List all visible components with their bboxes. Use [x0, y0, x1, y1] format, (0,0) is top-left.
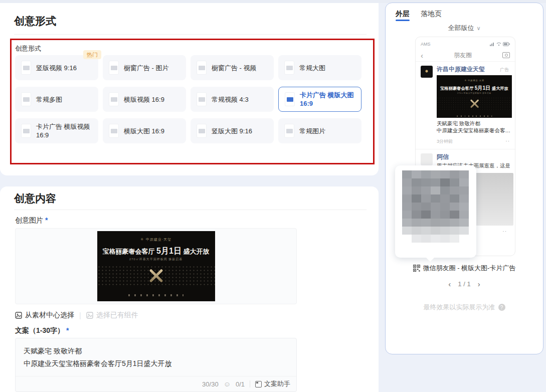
format-option[interactable]: 横版视频 16:9 — [103, 87, 186, 112]
friend-avatar — [421, 153, 433, 165]
regular-picture-icon — [284, 124, 294, 138]
select-from-material-center-link[interactable]: 从素材中心选择 — [15, 311, 74, 320]
mosaic-tooltip — [395, 165, 476, 258]
format-option[interactable]: 热门 竖版视频 9:16 — [15, 55, 98, 80]
emblem-icon — [147, 267, 164, 284]
hot-badge: 热门 — [83, 50, 101, 59]
multi-image-icon — [21, 92, 31, 106]
back-icon: ‹ — [421, 51, 423, 60]
preview-disclaimer: 最终效果以实际展示为准 ? — [386, 303, 543, 312]
horizontal-video-icon — [109, 92, 119, 106]
section-title-format: 创意形式 — [14, 14, 56, 28]
showcase-video-icon — [197, 61, 207, 75]
toolbar-separator — [250, 380, 250, 387]
image-icon — [86, 312, 93, 319]
format-option[interactable]: 横版大图 16:9 — [103, 118, 186, 143]
ad-creative-page: 创意形式 创意形式 热门 竖版视频 9:16 橱窗广告 - 图片 橱窗广告 - … — [0, 0, 546, 392]
brand-logo-icon: ✳ — [140, 237, 144, 242]
divider — [14, 210, 367, 210]
brand-logo-icon: ✳ — [464, 79, 467, 82]
format-option[interactable]: 卡片广告 横版视频 16:9 — [15, 118, 98, 143]
wifi-icon — [496, 42, 501, 46]
emblem-icon — [469, 98, 480, 109]
format-option[interactable]: 橱窗广告 - 图片 — [103, 55, 186, 80]
mosaic-image — [402, 170, 469, 243]
ad-brand-line: ✳中原建业·天玺 — [97, 237, 215, 242]
carrier-label: AMS — [421, 42, 431, 47]
preview-pagination: ‹ 1 / 1 › — [386, 280, 543, 288]
chevron-down-icon: ∨ — [476, 25, 480, 31]
horizontal-image-icon — [109, 124, 119, 138]
select-existing-component-link[interactable]: 选择已有组件 — [86, 311, 138, 320]
format-option[interactable]: 常规大图 — [278, 55, 361, 80]
required-asterisk: * — [66, 326, 69, 334]
showcase-image-icon — [109, 61, 119, 75]
qr-code-icon — [413, 265, 420, 272]
format-group-label: 创意形式 — [15, 44, 41, 53]
ad-subline: 270㎡环幕大平层样板间 焕新启幕 — [97, 257, 215, 262]
ad-tag: 广告 — [500, 67, 509, 73]
required-asterisk: * — [45, 216, 48, 224]
image-field-label: 创意图片* — [15, 216, 48, 225]
copy-assistant-button[interactable]: 文案助手 — [255, 379, 290, 388]
ad-footer-decoration — [128, 294, 184, 296]
copy-toolbar: 30/30 ☺ 0/1 文案助手 — [16, 376, 296, 391]
section-title-content: 创意内容 — [14, 191, 56, 206]
advertiser-name: 许昌中原建业天玺 — [437, 66, 510, 73]
large-image-icon — [284, 61, 294, 75]
moments-ad-post: 广告 许昌中原建业天玺 ✳中原建业·天玺 宝格丽豪奢会客厅 5月1日 盛大开放 … — [416, 62, 515, 149]
card-ad-video-icon — [21, 124, 31, 138]
creative-image-box[interactable]: ✳中原建业·天玺 宝格丽豪奢会客厅 5月1日 盛大开放 270㎡环幕大平层样板间… — [15, 228, 297, 304]
ad-image-mini: ✳中原建业·天玺 宝格丽豪奢会客厅 5月1日 盛大开放 270㎡环幕大平层样板间… — [437, 75, 512, 118]
preview-caption-row: 微信朋友圈 - 横版大图-卡片广告 — [386, 264, 543, 273]
more-icon: ·· — [502, 229, 507, 234]
creative-image-preview: ✳中原建业·天玺 宝格丽豪奢会客厅 5月1日 盛大开放 270㎡环幕大平层样板间… — [97, 231, 215, 301]
copy-text: 天赋豪宅 致敬许都 中原建业天玺宝格丽豪奢会客厅5月1日盛大开放 — [16, 338, 296, 370]
tab-landing-page[interactable]: 落地页 — [421, 10, 442, 19]
format-option-selected[interactable]: 卡片广告 横版大图 16:9 — [278, 87, 361, 112]
status-icons — [490, 42, 510, 46]
post-caption-line2: 中原建业天玺宝格丽豪奢会客厅5月1日盛... — [437, 127, 513, 134]
tab-outer-layer[interactable]: 外层 — [396, 10, 410, 19]
next-page-button[interactable]: › — [478, 280, 480, 288]
material-links-row: 从素材中心选择 | 选择已有组件 — [15, 311, 138, 320]
card-ad-large-image-icon — [285, 92, 295, 106]
emoji-counter: 0/1 — [236, 380, 245, 388]
prev-page-button[interactable]: ‹ — [448, 280, 451, 288]
emoji-button[interactable]: ☺ — [224, 380, 231, 388]
battery-icon — [503, 42, 510, 46]
moments-title: 朋友圈 — [454, 51, 472, 60]
format-option[interactable]: 常规图片 — [278, 118, 361, 143]
divider — [14, 34, 367, 35]
image-icon — [15, 312, 22, 319]
phone-statusbar: AMS — [416, 37, 515, 49]
copy-textarea[interactable]: 天赋豪宅 致敬许都 中原建业天玺宝格丽豪奢会客厅5月1日盛大开放 30/30 ☺… — [15, 338, 297, 392]
link-separator: | — [79, 311, 81, 319]
signal-icon — [490, 42, 495, 46]
phone-navbar: ‹ 朋友圈 — [416, 49, 515, 62]
placement-selector[interactable]: 全部版位∨ — [386, 24, 543, 33]
format-option[interactable]: 橱窗广告 - 视频 — [191, 55, 274, 80]
active-tab-underline — [396, 20, 410, 21]
placement-caption: 微信朋友圈 - 横版大图-卡片广告 — [423, 264, 516, 273]
camera-icon — [502, 52, 510, 58]
friend-name: 阿信 — [437, 153, 510, 160]
advertiser-avatar — [421, 66, 433, 78]
format-option[interactable]: 竖版大图 9:16 — [191, 118, 274, 143]
format-option[interactable]: 常规视频 4:3 — [191, 87, 274, 112]
format-grid: 热门 竖版视频 9:16 橱窗广告 - 图片 橱窗广告 - 视频 常规大图 常规… — [15, 55, 362, 143]
ad-image-thumbnail: ✳中原建业·天玺 宝格丽豪奢会客厅 5月1日 盛大开放 270㎡环幕大平层样板间… — [437, 75, 512, 118]
help-icon[interactable]: ? — [498, 304, 505, 311]
vertical-video-icon — [21, 61, 31, 75]
char-counter: 30/30 — [202, 380, 219, 388]
assistant-icon — [255, 381, 262, 387]
post-caption-line1: 天赋豪宅 致敬许都 — [437, 120, 510, 127]
regular-video-icon — [197, 92, 207, 106]
post-time: 3分钟前 — [437, 138, 453, 145]
format-option[interactable]: 常规多图 — [15, 87, 98, 112]
ad-emblem-band — [97, 265, 215, 286]
ad-headline: 宝格丽豪奢会客厅 5月1日 盛大开放 — [97, 246, 215, 257]
vertical-image-icon — [197, 124, 207, 138]
copy-field-label: 文案（1-30字）* — [15, 326, 69, 335]
more-icon: ·· — [505, 138, 510, 145]
